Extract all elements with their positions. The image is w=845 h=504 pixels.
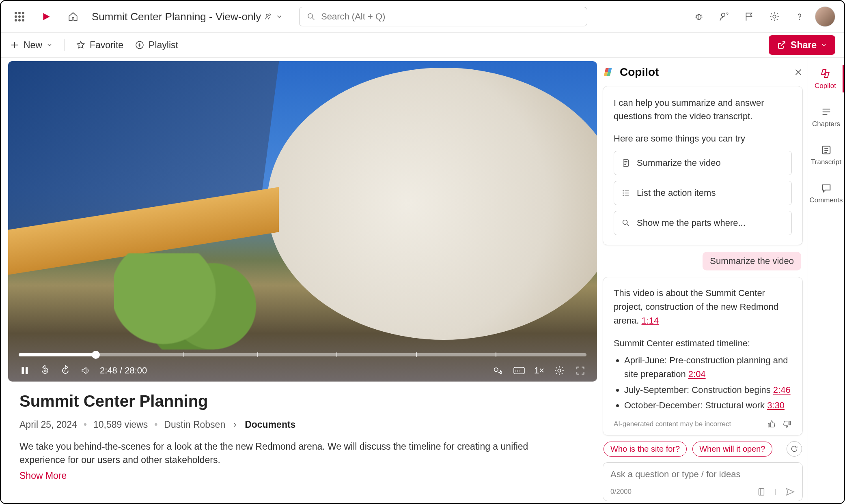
chevron-down-icon [46, 42, 53, 48]
svg-point-40 [623, 220, 627, 225]
svg-line-41 [627, 224, 629, 226]
timestamp-link[interactable]: 3:30 [767, 400, 785, 410]
svg-point-1 [269, 14, 270, 15]
rail-transcript[interactable]: Transcript [808, 142, 844, 169]
thumbs-up-button[interactable] [767, 420, 776, 429]
suggestion-action-items[interactable]: List the action items [614, 181, 792, 205]
stream-play-icon [41, 11, 52, 22]
comment-icon [821, 182, 832, 194]
rail-label: Chapters [812, 120, 840, 128]
thumbs-down-button[interactable] [783, 420, 792, 429]
rewind-10-button[interactable]: 10 [39, 365, 51, 377]
fullscreen-button[interactable] [574, 365, 586, 377]
send-icon [785, 487, 795, 497]
copilot-input[interactable] [610, 469, 795, 480]
svg-line-3 [312, 18, 314, 20]
search-input[interactable] [321, 11, 580, 22]
favorite-button[interactable]: Favorite [76, 40, 123, 51]
captions-button[interactable]: cc [513, 365, 525, 377]
diagnostics-button[interactable] [689, 7, 709, 26]
video-player[interactable]: 10 10 2:48 / 28:00 cc 1× [8, 61, 597, 382]
play-pause-button[interactable] [19, 365, 31, 377]
rail-label: Copilot [815, 82, 836, 90]
followup-chip[interactable]: Who is the site for? [604, 442, 687, 457]
playlist-label: Playlist [149, 40, 178, 51]
video-meta: Summit Center Planning April 25, 2024 • … [8, 382, 597, 481]
forward-10-button[interactable]: 10 [59, 365, 71, 377]
playback-speed[interactable]: 1× [534, 365, 544, 377]
time-display: 2:48 / 28:00 [100, 365, 147, 376]
svg-point-36 [623, 195, 624, 196]
timestamp-link[interactable]: 1:14 [642, 315, 659, 326]
brand-logo[interactable] [37, 7, 56, 26]
volume-button[interactable] [80, 365, 92, 377]
suggestion-summarize[interactable]: Summarize the video [614, 151, 792, 175]
svg-point-35 [623, 193, 624, 194]
copilot-close-button[interactable] [794, 68, 803, 77]
people-button[interactable]: ? [714, 7, 734, 26]
help-button[interactable] [790, 7, 809, 26]
rail-comments[interactable]: Comments [808, 180, 844, 207]
user-avatar[interactable] [815, 6, 835, 27]
video-frame-decor [114, 253, 279, 350]
svg-point-34 [623, 190, 624, 191]
document-title-area[interactable]: Summit Center Planning - View-only [92, 11, 283, 23]
copilot-input-box[interactable]: 0/2000 | [603, 462, 803, 501]
thumbs-up-icon [767, 420, 776, 429]
video-title: Summit Center Planning [19, 392, 593, 410]
new-menu[interactable]: New [10, 40, 53, 51]
home-button[interactable] [63, 7, 83, 26]
rail-copilot[interactable]: Copilot [808, 65, 844, 92]
app-launcher[interactable] [10, 7, 29, 26]
video-description: We take you behind-the-scenes for a look… [19, 440, 563, 467]
breadcrumb-folder[interactable]: Documents [245, 419, 295, 430]
player-settings-button[interactable] [553, 365, 565, 377]
followup-chip[interactable]: When will it open? [692, 442, 772, 457]
star-icon [76, 40, 86, 50]
share-icon [777, 40, 787, 50]
timestamp-link[interactable]: 2:04 [688, 369, 706, 379]
svg-rect-20 [26, 367, 28, 374]
send-button[interactable] [785, 487, 795, 497]
progress-bar[interactable] [19, 353, 586, 356]
svg-text:?: ? [726, 12, 729, 17]
search-icon [621, 219, 630, 227]
list-icon [621, 189, 630, 197]
copilot-intro-text: I can help you summarize and answer ques… [614, 96, 792, 123]
timestamp-link[interactable]: 2:46 [773, 385, 791, 395]
search-box[interactable] [299, 7, 587, 26]
meta-separator: • [84, 419, 87, 430]
favorite-label: Favorite [90, 40, 123, 51]
transcript-icon [821, 144, 832, 156]
copilot-logo-icon [603, 66, 615, 78]
progress-knob[interactable] [92, 351, 100, 359]
video-date: April 25, 2024 [19, 419, 77, 430]
chevron-down-icon [821, 42, 827, 48]
interactivity-button[interactable] [492, 365, 504, 377]
copilot-try-label: Here are some things you can try [614, 132, 792, 145]
document-title: Summit Center Planning - View-only [92, 11, 261, 23]
forward-10-icon: 10 [60, 365, 71, 376]
video-views: 10,589 views [93, 419, 148, 430]
answer-intro: This video is about the Summit Center pr… [614, 286, 792, 328]
share-button[interactable]: Share [769, 35, 835, 55]
copilot-header: Copilot [603, 66, 803, 79]
divider [64, 39, 65, 51]
rail-chapters[interactable]: Chapters [808, 104, 844, 131]
suggestion-find-parts[interactable]: Show me the parts where... [614, 211, 792, 235]
prompt-guide-button[interactable] [757, 487, 766, 496]
feedback-button[interactable] [739, 7, 759, 26]
playlist-button[interactable]: Playlist [135, 40, 178, 51]
refresh-suggestions-button[interactable] [787, 441, 802, 457]
video-meta-row: April 25, 2024 • 10,589 views • Dustin R… [19, 419, 593, 430]
timeline-header: Summit Center estimated timeline: [614, 337, 792, 350]
copilot-intro-card: I can help you summarize and answer ques… [603, 86, 803, 245]
new-label: New [24, 40, 42, 51]
home-icon [68, 11, 78, 22]
settings-button[interactable] [765, 7, 784, 26]
flag-icon [744, 11, 754, 22]
svg-line-9 [701, 15, 702, 16]
char-counter: 0/2000 [610, 488, 632, 496]
show-more-link[interactable]: Show More [19, 470, 593, 481]
video-author[interactable]: Dustin Robsen [164, 419, 225, 430]
